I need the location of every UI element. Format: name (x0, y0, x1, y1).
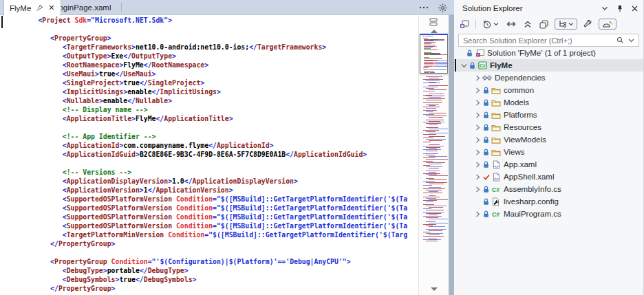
code-line[interactable]: <SupportedOSPlatformVersion Condition="$… (14, 195, 418, 204)
tree-item-appshell-xaml[interactable]: <>AppShell.xaml (454, 171, 643, 183)
chevron-slot[interactable] (473, 186, 482, 193)
code-line[interactable]: <Nullable>enable</Nullable> (14, 96, 418, 105)
sync-with-active-document-button[interactable] (505, 20, 517, 28)
solution-search-box[interactable] (458, 34, 639, 47)
pending-changes-filter-button[interactable] (481, 19, 500, 30)
search-input[interactable] (463, 36, 616, 45)
collapse-all-button[interactable] (522, 20, 533, 29)
minimap-viewport[interactable] (420, 34, 448, 74)
search-options-chevron-icon[interactable] (628, 38, 634, 43)
code-line[interactable]: <TargetFrameworks>net10.0-android;net10.… (14, 43, 418, 52)
chevron-slot[interactable] (473, 211, 482, 217)
code-editor[interactable]: <Project Sdk="Microsoft.NET.Sdk"> <Prope… (0, 16, 418, 295)
tree-item-views[interactable]: Views (454, 146, 643, 158)
code-line[interactable]: <SupportedOSPlatformVersion Condition="$… (14, 212, 418, 221)
chevron-slot[interactable] (473, 162, 482, 168)
code-line[interactable]: <TargetPlatformMinVersion Condition="$([… (14, 230, 418, 239)
code-line[interactable] (14, 159, 418, 168)
close-icon[interactable] (632, 6, 638, 12)
panel-splitter[interactable] (449, 0, 454, 295)
chevron-slot[interactable] (473, 112, 482, 118)
expand-chevron-icon[interactable] (475, 124, 480, 131)
code-line[interactable]: <PropertyGroup> (14, 34, 418, 43)
more-options-button[interactable] (419, 6, 429, 9)
chevron-slot[interactable] (473, 124, 482, 131)
pin-tab-icon[interactable] (36, 4, 43, 12)
tree-item-viewmodels[interactable]: ViewModels (454, 133, 643, 146)
code-line[interactable] (14, 123, 418, 132)
chevron-slot[interactable] (473, 149, 482, 155)
code-line[interactable]: <SingleProject>true</SingleProject> (14, 78, 418, 87)
pin-icon[interactable] (616, 5, 623, 12)
expand-chevron-icon[interactable] (475, 211, 480, 217)
code-line[interactable]: <ApplicationVersion>1</ApplicationVersio… (14, 186, 418, 195)
code-line[interactable]: <SupportedOSPlatformVersion Condition="$… (14, 221, 418, 230)
chevron-slot[interactable] (473, 174, 482, 180)
code-line[interactable]: <ApplicationIdGuid>B2C8E86E-9B3C-4F9D-8E… (14, 150, 418, 159)
expand-chevron-icon[interactable] (475, 137, 480, 143)
customize-button[interactable] (582, 19, 594, 30)
tree-item-flyme[interactable]: C#FlyMe (454, 59, 643, 72)
expand-chevron-icon[interactable] (475, 100, 480, 106)
expand-chevron-icon[interactable] (475, 174, 480, 180)
code-line[interactable]: <DebugType>portable</DebugType> (14, 266, 418, 275)
code-line[interactable] (14, 25, 418, 34)
chevron-slot[interactable] (473, 100, 482, 106)
copilot-button[interactable] (599, 19, 616, 30)
settings-icon[interactable] (438, 3, 447, 12)
view-selector-button[interactable] (555, 19, 577, 30)
more-options-icon[interactable] (419, 6, 429, 9)
code-line[interactable]: <Project Sdk="Microsoft.NET.Sdk"> (14, 16, 418, 25)
split-editor-handle-icon[interactable] (429, 18, 438, 26)
tree-item-livesharp-config[interactable]: livesharp.config (454, 195, 643, 208)
code-line[interactable]: <PropertyGroup Condition="'$(Configurati… (14, 257, 418, 266)
expand-chevron-icon[interactable] (475, 75, 480, 81)
code-line[interactable]: <ApplicationDisplayVersion>1.0</Applicat… (14, 177, 418, 186)
tree-item-common[interactable]: common (454, 84, 643, 96)
tree-item-mauiprogram-cs[interactable]: C#MauiProgram.cs (454, 208, 643, 220)
minimap-overview[interactable] (420, 75, 448, 262)
chevron-slot[interactable] (473, 87, 482, 94)
close-tab-icon[interactable]: ✕ (48, 3, 54, 12)
chevron-slot[interactable] (460, 63, 468, 68)
tab-flyme[interactable]: FlyMe✕ (3, 0, 61, 16)
scroll-up-arrow[interactable] (431, 30, 438, 33)
expand-chevron-icon[interactable] (475, 186, 480, 193)
search-icon[interactable] (616, 36, 624, 44)
code-line[interactable]: <ApplicationTitle>FlyMe</ApplicationTitl… (14, 114, 418, 123)
tree-item-dependencies[interactable]: Dependencies (454, 72, 643, 84)
tree-item-platforms[interactable]: Platforms (454, 109, 643, 121)
chevron-slot[interactable] (473, 137, 482, 143)
code-line[interactable]: <UseMaui>true</UseMaui> (14, 69, 418, 78)
editor-minimap-scrollbar[interactable] (418, 16, 449, 295)
preview-selected-items-button[interactable] (538, 19, 550, 30)
tree-item-assemblyinfo-cs[interactable]: C#AssemblyInfo.cs (454, 183, 643, 195)
tree-item-solution-flyme-1-of-1-project[interactable]: Solution 'FlyMe' (1 of 1 project) (454, 47, 643, 59)
code-line[interactable]: </PropertyGroup> (14, 239, 418, 248)
scroll-down-arrow[interactable] (431, 287, 438, 291)
item-icon-slot (491, 197, 502, 206)
chevron-slot[interactable] (473, 75, 482, 81)
expand-chevron-icon[interactable] (475, 87, 480, 94)
chevron-down-icon[interactable] (601, 6, 608, 11)
code-line[interactable]: <!-- App Identifier --> (14, 132, 418, 141)
settings-button[interactable] (438, 3, 447, 12)
tree-item-models[interactable]: Models (454, 96, 643, 109)
expand-chevron-icon[interactable] (475, 149, 480, 155)
code-line[interactable] (14, 248, 418, 257)
collapse-chevron-icon[interactable] (461, 63, 467, 68)
code-line[interactable]: <SupportedOSPlatformVersion Condition="$… (14, 204, 418, 212)
code-line[interactable]: </PropertyGroup> (14, 284, 418, 293)
tree-item-resources[interactable]: Resources (454, 121, 643, 133)
expand-chevron-icon[interactable] (475, 162, 480, 168)
code-line[interactable]: <!-- Display name --> (14, 105, 418, 114)
code-line[interactable]: <OutputType>Exe</OutputType> (14, 52, 418, 61)
code-line[interactable]: <RootNamespace>FlyMe</RootNamespace> (14, 61, 418, 69)
expand-chevron-icon[interactable] (475, 112, 480, 118)
solutions-and-folders-button[interactable] (458, 19, 471, 30)
tree-item-app-xaml[interactable]: <>App.xaml (454, 158, 643, 171)
code-line[interactable]: <ImplicitUsings>enable</ImplicitUsings> (14, 87, 418, 96)
code-line[interactable]: <ApplicationId>com.companyname.flyme</Ap… (14, 141, 418, 150)
code-line[interactable]: <!-- Versions --> (14, 168, 418, 177)
code-line[interactable]: <DebugSymbols>true</DebugSymbols> (14, 275, 418, 284)
